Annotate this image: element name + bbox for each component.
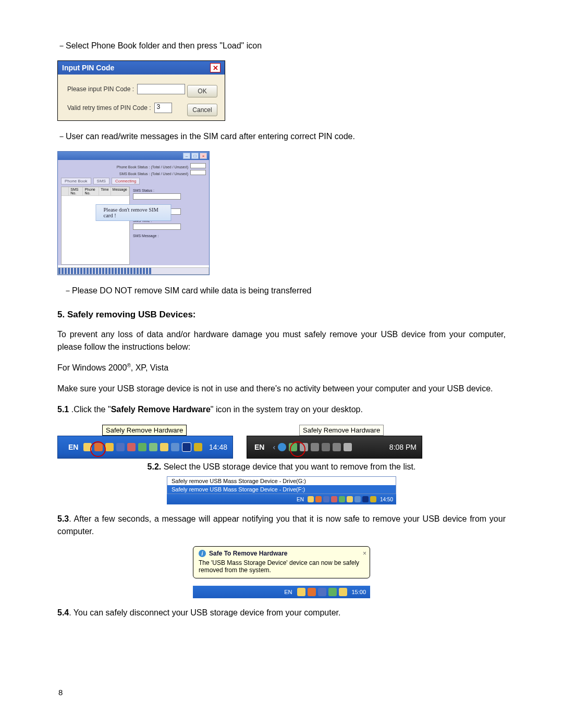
tray-icon[interactable] [182,442,191,452]
section5-p1: To prevent any loss of data and/or hardw… [57,328,506,353]
info-icon: i [199,550,206,557]
sim-warning-line: －Please DO NOT remove SIM card while dat… [64,285,506,297]
menu-item-drive-g[interactable]: Safely remove USB Mass Storage Device - … [167,477,396,485]
intro-line: －Select Phone Book folder and then press… [57,40,506,52]
chevron-left-icon[interactable]: ‹ [273,443,275,451]
taskbar-mini: EN 14:50 [167,494,396,504]
tray-icon[interactable] [116,443,125,451]
progress-bar [58,267,209,275]
taskbar-mini: EN 15:00 [193,586,370,598]
field-sms-message: SMS Message : [133,234,158,238]
tray-icon[interactable] [171,443,179,451]
status-sms: SMS Book Status : (Total / Used / Unused… [119,172,188,176]
close-icon[interactable]: × [363,550,366,557]
tray-icon[interactable] [194,443,202,451]
after-pin-line: －User can read/write messages in the SIM… [57,130,506,143]
retry-label: Valid retry times of PIN Code : [67,104,151,112]
tray-icon[interactable] [333,443,341,451]
tray-icon[interactable] [127,443,136,451]
highlight-circle [290,441,305,457]
tab-sms[interactable]: SMS [93,178,109,184]
remove-device-menu: Safely remove USB Mass Storage Device - … [167,476,396,504]
close-icon[interactable]: ✕ [210,63,221,72]
tray-icon[interactable] [315,496,322,502]
balloon-body: The 'USB Mass Storage Device' device can… [199,559,364,574]
clock: 15:00 [351,589,366,595]
sim-list[interactable]: SMS No. Phone No. Time Message [61,187,130,265]
tray-icon[interactable] [370,496,376,502]
tray-icon[interactable] [322,443,330,451]
tray-icon[interactable] [160,443,168,451]
section5-54: 5.4. You can safely disconnect your USB … [57,607,506,619]
safely-remove-tooltip: Safely Remove Hardware [299,425,384,436]
clock-vista: 8:08 PM [389,443,417,451]
tray-icon[interactable] [308,588,316,596]
page-number: 8 [58,688,63,697]
tray-icon[interactable] [354,496,361,502]
taskbar-vista: Safely Remove Hardware EN ‹ 8:08 PM [247,436,422,459]
section5-p3: Make sure your USB storage device is not… [57,382,506,395]
col-smsno: SMS No. [69,187,83,195]
tray-icon[interactable] [339,588,347,596]
tray-icon[interactable] [297,588,305,596]
section5-p2: For Windows 2000®, XP, Vista [57,362,506,374]
taskbar-xp: Safely Remove Hardware EN 14:48 [57,436,233,459]
close-icon[interactable]: × [200,153,207,159]
pin-dialog: Input PIN Code ✕ Please input PIN Code :… [57,60,225,121]
lang-indicator[interactable]: EN [254,443,264,451]
balloon-title: Safe To Remove Hardware [209,550,288,557]
tray-icon[interactable] [339,496,345,502]
field-sms-status: SMS Status : [133,189,154,192]
clock: 14:50 [380,497,393,502]
sms-time-input[interactable] [133,224,181,230]
tray-icon[interactable] [328,588,337,596]
lang-indicator[interactable]: EN [68,443,78,451]
status-box [190,170,206,175]
status-box [190,163,206,168]
tray-icon[interactable] [149,443,157,451]
section5-53: 5.3. After a few seconds, a message will… [57,513,506,538]
dialog-titlebar: Input PIN Code ✕ [58,61,225,75]
sim-titlebar: ​ – □ × [58,152,209,160]
tab-phonebook[interactable]: Phone Book [61,178,91,184]
maximize-icon[interactable]: □ [191,153,199,159]
highlight-circle [90,441,106,457]
col-message: Message [111,187,129,195]
tray-icon[interactable] [331,496,337,502]
lang-indicator[interactable]: EN [284,589,292,595]
col-time: Time [99,187,111,195]
status-phonebook: Phone Book Status : (Total / Used / Unus… [117,165,188,169]
tray-icon[interactable] [311,443,319,451]
col-phoneno: Phone No. [83,187,99,195]
tray-icon[interactable] [308,496,314,502]
safe-remove-balloon-wrap: × iSafe To Remove Hardware The 'USB Mass… [193,546,370,598]
retry-value-field[interactable]: 3 [154,103,172,113]
section5-52: 5.2. Select the USB storage device that … [57,461,506,473]
volume-icon[interactable] [344,443,352,451]
tray-icon[interactable] [278,443,286,451]
cancel-button[interactable]: Cancel [187,104,217,116]
tray-icon[interactable] [362,496,369,502]
pin-input-label: Please input PIN Code : [67,85,134,93]
section5-51: 5.1 .Click the "Safely Remove Hardware" … [57,403,506,416]
tray-icon[interactable] [323,496,329,502]
sms-status-input[interactable] [133,193,181,200]
safely-remove-tooltip: Safely Remove Hardware [102,425,187,436]
tray-icon[interactable] [347,496,353,502]
tray-icon[interactable] [318,588,326,596]
menu-item-drive-f[interactable]: Safely remove USB Mass Storage Device - … [167,485,396,493]
ok-button[interactable]: OK [187,85,217,97]
clock-xp: 14:48 [209,443,227,451]
lang-indicator[interactable]: EN [297,497,304,502]
dialog-title: Input PIN Code [62,64,114,72]
minimize-icon[interactable]: – [183,153,190,159]
sim-manager-window: ​ – □ × Phone Book Status : (Total / Use… [57,151,210,275]
dialog-body: Please input PIN Code : Valid retry time… [58,75,225,120]
safely-remove-icon[interactable] [138,443,146,451]
tray-icon[interactable] [105,443,114,451]
tab-connecting[interactable]: Connecting [112,178,140,184]
pin-input-field[interactable] [137,84,185,94]
sim-warning-banner: Please don't remove SIM card ! [96,204,172,221]
col-checkbox [62,187,69,195]
section-5-title: 5. Safely removing USB Devices: [57,310,506,320]
